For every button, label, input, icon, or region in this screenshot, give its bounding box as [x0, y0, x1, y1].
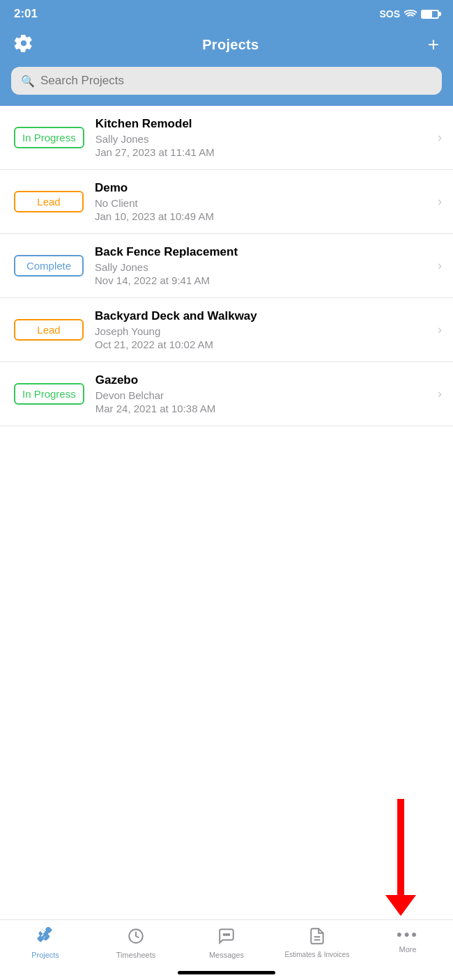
status-badge: In Progress — [14, 383, 84, 405]
arrow-head — [385, 895, 416, 916]
project-item[interactable]: Lead Demo No Client Jan 10, 2023 at 10:4… — [0, 170, 453, 234]
hammer-icon — [36, 927, 54, 948]
nav-estimates-label: Estimates & Invoices — [285, 951, 350, 958]
home-indicator — [178, 971, 275, 974]
nav-messages-label: Messages — [209, 951, 244, 959]
nav-more[interactable]: ••• More — [362, 927, 453, 954]
chevron-right-icon: › — [438, 387, 442, 401]
search-bar[interactable]: 🔍 — [11, 67, 442, 95]
status-badge: Lead — [14, 191, 84, 212]
project-name: Gazebo — [95, 373, 432, 387]
battery-icon — [421, 10, 439, 19]
project-date: Nov 14, 2022 at 9:41 AM — [95, 274, 432, 286]
nav-timesheets[interactable]: Timesheets — [91, 927, 181, 959]
chevron-right-icon: › — [438, 130, 442, 145]
sos-label: SOS — [379, 8, 400, 20]
more-icon: ••• — [397, 927, 419, 942]
project-name: Demo — [95, 181, 432, 195]
clock-icon — [127, 927, 145, 948]
status-bar: 2:01 SOS — [0, 0, 453, 26]
project-client: No Client — [95, 197, 432, 209]
message-icon — [217, 927, 236, 948]
project-date: Jan 10, 2023 at 10:49 AM — [95, 210, 432, 222]
project-item[interactable]: Lead Backyard Deck and Walkway Joseph Yo… — [0, 298, 453, 362]
project-list: In Progress Kitchen Remodel Sally Jones … — [0, 106, 453, 426]
app-header: Projects + — [0, 26, 453, 67]
project-client: Sally Jones — [95, 133, 432, 145]
project-client: Devon Belchar — [95, 389, 432, 401]
settings-button[interactable] — [14, 33, 33, 56]
project-info: Backyard Deck and Walkway Joseph Young O… — [95, 309, 432, 350]
chevron-right-icon: › — [438, 194, 442, 209]
document-icon — [308, 927, 326, 948]
chevron-right-icon: › — [438, 258, 442, 273]
nav-messages[interactable]: Messages — [181, 927, 272, 959]
project-item[interactable]: In Progress Gazebo Devon Belchar Mar 24,… — [0, 362, 453, 426]
red-arrow-indicator — [397, 799, 404, 896]
status-badge: In Progress — [14, 127, 84, 148]
nav-estimates[interactable]: Estimates & Invoices — [272, 927, 362, 958]
arrow-shaft — [397, 799, 404, 896]
nav-timesheets-label: Timesheets — [116, 951, 155, 959]
status-time: 2:01 — [14, 7, 38, 21]
project-info: Demo No Client Jan 10, 2023 at 10:49 AM — [95, 181, 432, 222]
wifi-icon — [404, 8, 417, 20]
svg-point-4 — [226, 934, 227, 935]
project-item[interactable]: Complete Back Fence Replacement Sally Jo… — [0, 234, 453, 298]
project-date: Oct 21, 2022 at 10:02 AM — [95, 339, 432, 350]
search-input[interactable] — [40, 74, 432, 88]
search-icon: 🔍 — [21, 75, 35, 88]
project-item[interactable]: In Progress Kitchen Remodel Sally Jones … — [0, 106, 453, 170]
svg-point-3 — [224, 934, 225, 935]
status-badge: Lead — [14, 319, 84, 341]
project-client: Joseph Young — [95, 325, 432, 337]
chevron-right-icon: › — [438, 322, 442, 337]
project-client: Sally Jones — [95, 261, 432, 273]
page-title: Projects — [202, 37, 259, 53]
nav-projects-label: Projects — [31, 951, 59, 959]
project-info: Back Fence Replacement Sally Jones Nov 1… — [95, 245, 432, 286]
svg-point-5 — [228, 934, 229, 935]
status-icons: SOS — [379, 8, 439, 20]
project-name: Kitchen Remodel — [95, 117, 432, 131]
project-info: Kitchen Remodel Sally Jones Jan 27, 2023… — [95, 117, 432, 158]
project-info: Gazebo Devon Belchar Mar 24, 2021 at 10:… — [95, 373, 432, 414]
project-name: Backyard Deck and Walkway — [95, 309, 432, 323]
status-badge: Complete — [14, 255, 84, 277]
nav-more-label: More — [399, 945, 416, 954]
project-name: Back Fence Replacement — [95, 245, 432, 259]
project-date: Jan 27, 2023 at 11:41 AM — [95, 146, 432, 158]
add-project-button[interactable]: + — [428, 35, 439, 54]
search-container: 🔍 — [0, 67, 453, 106]
project-date: Mar 24, 2021 at 10:38 AM — [95, 403, 432, 414]
nav-projects[interactable]: Projects — [0, 927, 91, 959]
